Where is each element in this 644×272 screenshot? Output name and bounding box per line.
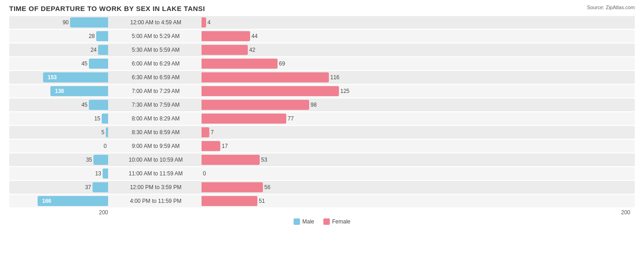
female-bar (202, 196, 257, 206)
left-bar-wrap: 90 (16, 17, 108, 27)
left-section: 28 (9, 30, 110, 43)
axis-left-label: 200 (9, 209, 110, 216)
female-bar (202, 155, 260, 165)
male-value: 45 (76, 102, 87, 108)
male-value: 90 (58, 19, 69, 26)
bar-row: 09:00 AM to 9:59 AM17 (9, 140, 635, 152)
male-bar (93, 155, 108, 165)
male-bar (106, 127, 108, 137)
female-bar (202, 114, 286, 124)
time-label: 11:00 AM to 11:59 AM (110, 170, 202, 177)
left-section: 5 (9, 126, 110, 139)
bar-row: 9012:00 AM to 4:59 AM4 (9, 16, 635, 29)
legend-male-label: Male (302, 218, 314, 225)
left-bar-wrap: 24 (16, 45, 108, 55)
right-section: 44 (202, 30, 635, 43)
bar-row: 58:30 AM to 8:59 AM7 (9, 126, 635, 139)
male-bar (96, 31, 108, 41)
female-value: 51 (259, 198, 265, 204)
time-label: 5:30 AM to 5:59 AM (110, 47, 202, 53)
female-value: 69 (279, 60, 285, 67)
bar-row: 1367:00 AM to 7:29 AM125 (9, 85, 635, 98)
bar-row: 3712:00 PM to 3:59 PM56 (9, 181, 635, 194)
left-section: 45 (9, 57, 110, 70)
female-value: 4 (207, 19, 211, 26)
right-section: 7 (202, 126, 635, 139)
male-value: 13 (90, 170, 101, 177)
male-value: 24 (86, 47, 97, 53)
female-value: 0 (203, 170, 206, 177)
left-bar-wrap: 35 (16, 155, 108, 165)
bar-row: 1536:30 AM to 6:59 AM116 (9, 71, 635, 84)
male-value: 5 (93, 129, 104, 136)
male-value: 15 (89, 115, 100, 122)
legend-female-box (323, 218, 330, 225)
left-section: 24 (9, 44, 110, 56)
bar-row: 457:30 AM to 7:59 AM98 (9, 98, 635, 111)
chart-area: 9012:00 AM to 4:59 AM4285:00 AM to 5:29 … (9, 16, 635, 207)
female-value: 56 (264, 184, 270, 190)
chart-title: TIME OF DEPARTURE TO WORK BY SEX IN LAKE… (9, 5, 635, 12)
left-section: 136 (9, 85, 110, 98)
bar-row: 456:00 AM to 6:29 AM69 (9, 57, 635, 70)
left-bar-wrap: 13 (16, 169, 108, 179)
left-bar-wrap: 153 (16, 72, 108, 82)
female-bar (202, 45, 248, 55)
male-bar (89, 59, 108, 69)
male-value: 28 (84, 33, 95, 39)
female-value: 53 (261, 157, 267, 163)
axis-right-label: 200 (202, 209, 635, 216)
left-bar-wrap: 37 (16, 182, 108, 192)
male-bar (98, 45, 108, 55)
male-bar: 166 (38, 196, 108, 206)
female-value: 98 (311, 102, 317, 108)
left-section: 37 (9, 181, 110, 194)
bar-row: 245:30 AM to 5:59 AM42 (9, 44, 635, 56)
bar-row: 158:00 AM to 8:29 AM77 (9, 112, 635, 125)
male-bar: 136 (50, 86, 108, 96)
male-value: 45 (76, 60, 87, 67)
female-bar (202, 86, 339, 96)
bar-row: 1664:00 PM to 11:59 PM51 (9, 195, 635, 207)
right-section: 125 (202, 85, 635, 98)
male-bar (93, 182, 108, 192)
female-bar (202, 141, 220, 151)
left-section: 45 (9, 98, 110, 111)
female-value: 125 (340, 88, 349, 94)
time-label: 7:00 AM to 7:29 AM (110, 88, 202, 94)
bar-row: 3510:00 AM to 10:59 AM53 (9, 153, 635, 166)
left-bar-wrap: 0 (16, 143, 108, 149)
left-bar-wrap: 5 (16, 127, 108, 137)
male-bar: 153 (43, 72, 108, 82)
legend-male-box (294, 218, 300, 225)
time-label: 5:00 AM to 5:29 AM (110, 33, 202, 39)
left-bar-wrap: 166 (16, 196, 108, 206)
male-value: 0 (96, 143, 107, 149)
female-bar (202, 59, 278, 69)
left-section: 15 (9, 112, 110, 125)
female-bar (202, 72, 329, 82)
female-bar (202, 182, 263, 192)
right-section: 77 (202, 112, 635, 125)
time-label: 8:30 AM to 8:59 AM (110, 129, 202, 136)
time-label: 4:00 PM to 11:59 PM (110, 198, 202, 204)
legend-female: Female (323, 218, 350, 225)
left-bar-wrap: 28 (16, 31, 108, 41)
male-value: 37 (80, 184, 91, 190)
legend-male: Male (294, 218, 314, 225)
time-label: 6:30 AM to 6:59 AM (110, 74, 202, 81)
right-section: 51 (202, 195, 635, 207)
male-bar (70, 17, 108, 27)
left-section: 13 (9, 167, 110, 180)
time-label: 7:30 AM to 7:59 AM (110, 102, 202, 108)
chart-container: TIME OF DEPARTURE TO WORK BY SEX IN LAKE… (9, 5, 635, 225)
male-value: 35 (81, 157, 92, 163)
left-section: 166 (9, 195, 110, 207)
right-section: 116 (202, 71, 635, 84)
chart-legend: Male Female (9, 218, 635, 225)
female-value: 17 (222, 143, 228, 149)
legend-female-label: Female (332, 218, 350, 225)
source-label: Source: ZipAtlas.com (587, 5, 635, 10)
female-bar (202, 17, 206, 27)
bar-row: 285:00 AM to 5:29 AM44 (9, 30, 635, 43)
